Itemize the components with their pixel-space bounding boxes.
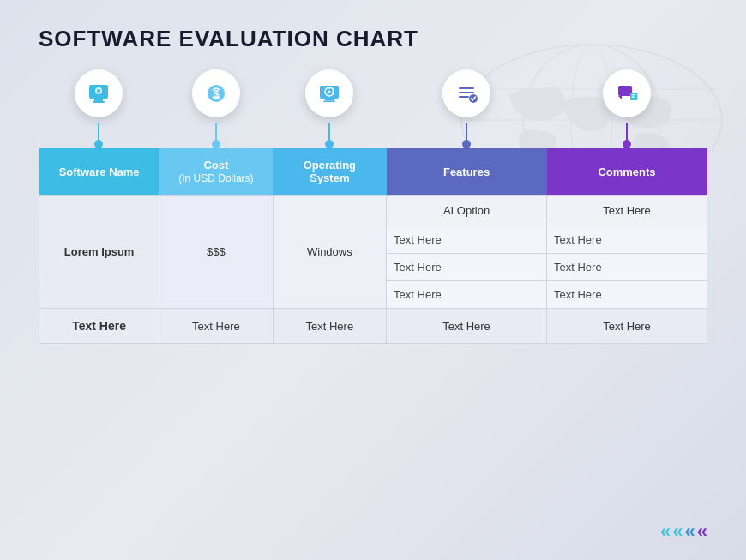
td-cost-1: $$$ <box>159 196 273 309</box>
comments-icon-circle <box>603 69 651 117</box>
chevron-4: « <box>697 521 707 543</box>
os-icon-dot <box>325 140 334 148</box>
features-icon <box>454 81 478 105</box>
th-os: OperatingSystem <box>273 148 386 196</box>
features-icon-circle <box>442 69 490 117</box>
td-software-2: Text Here <box>39 309 159 344</box>
svg-rect-18 <box>325 99 334 101</box>
td-comment-2: Text Here <box>547 309 707 344</box>
comments-icon-col <box>547 69 707 148</box>
table-header-row: Software Name Cost(In USD Dollars) Opera… <box>39 148 707 196</box>
software-icon <box>87 81 111 105</box>
software-icon-circle <box>75 69 123 117</box>
comments-icon-line <box>626 123 628 140</box>
evaluation-table: Software Name Cost(In USD Dollars) Opera… <box>39 148 707 344</box>
os-icon-line <box>328 123 330 140</box>
cost-icon-col: $ <box>159 69 273 148</box>
chevron-2: « <box>672 521 683 543</box>
td-os-2: Text Here <box>273 309 386 344</box>
svg-rect-8 <box>93 101 105 103</box>
software-icon-line <box>98 123 99 140</box>
chevron-3: « <box>685 521 695 543</box>
svg-rect-19 <box>323 101 335 103</box>
td-comment-1-2: Text Here <box>547 226 707 254</box>
td-os-1: Windows <box>273 196 386 309</box>
td-comment-1-3: Text Here <box>547 254 707 281</box>
cost-icon-dot <box>212 140 220 148</box>
software-icon-dot <box>94 140 103 148</box>
td-software-1: Lorem Ipsum <box>39 196 159 309</box>
svg-rect-24 <box>618 86 632 96</box>
svg-rect-27 <box>632 97 635 98</box>
svg-point-10 <box>97 89 100 93</box>
os-icon-col <box>273 69 387 148</box>
svg-rect-7 <box>94 99 103 101</box>
th-cost: Cost(In USD Dollars) <box>159 148 273 196</box>
td-feature-1-1: AI Option <box>387 196 547 226</box>
td-comment-1-4: Text Here <box>547 281 707 309</box>
th-software: Software Name <box>39 148 159 196</box>
table-row-1: Lorem Ipsum $$$ Windows AI Option Text H… <box>39 196 707 226</box>
svg-rect-20 <box>459 87 474 89</box>
td-cost-2: Text Here <box>159 309 273 344</box>
td-feature-1-4: Text Here <box>387 281 547 309</box>
td-feature-2: Text Here <box>387 309 547 344</box>
th-comments: Comments <box>547 148 707 196</box>
features-icon-line <box>466 123 467 140</box>
software-icon-col <box>39 69 159 148</box>
table-row-2: Text Here Text Here Text Here Text Here … <box>39 309 707 344</box>
chevron-decoration: « « « « <box>660 521 707 543</box>
td-comment-1-1: Text Here <box>547 196 707 226</box>
svg-rect-26 <box>632 94 636 95</box>
td-feature-1-2: Text Here <box>387 226 547 254</box>
features-icon-col <box>387 69 547 148</box>
cost-icon-line <box>215 123 217 140</box>
chevron-1: « <box>660 521 671 543</box>
icon-row: $ <box>39 69 707 148</box>
th-features: Features <box>387 148 547 196</box>
os-icon-circle <box>305 69 353 117</box>
cost-icon: $ <box>204 81 228 105</box>
svg-rect-22 <box>459 96 469 98</box>
comments-icon <box>615 81 639 105</box>
td-feature-1-3: Text Here <box>387 254 547 281</box>
svg-point-15 <box>328 91 331 93</box>
cost-icon-circle: $ <box>192 69 240 117</box>
main-container: SOFTWARE EVALUATION CHART $ <box>0 0 746 361</box>
os-icon <box>317 81 341 105</box>
comments-icon-dot <box>623 140 631 148</box>
features-icon-dot <box>462 140 471 148</box>
svg-rect-21 <box>459 92 474 93</box>
page-title: SOFTWARE EVALUATION CHART <box>39 26 707 52</box>
